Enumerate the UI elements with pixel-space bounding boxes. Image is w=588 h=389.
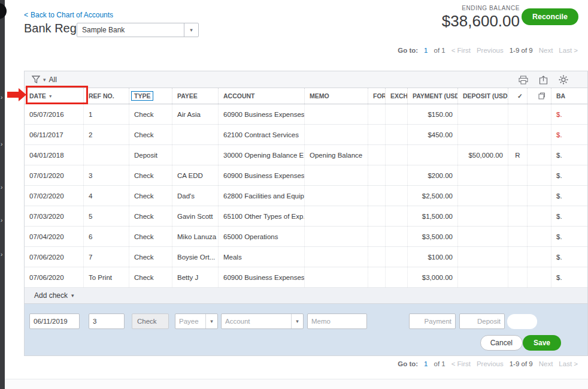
edit-deposit-input[interactable] (459, 313, 505, 329)
cell-exchange[interactable] (386, 165, 408, 185)
cell-attachment[interactable] (528, 125, 551, 144)
cell-account[interactable]: 62800 Facilities and Equip... (219, 186, 305, 206)
column-header-deposit[interactable]: DEPOSIT (USD) (458, 88, 508, 104)
cell-attachment[interactable] (528, 186, 551, 206)
cell-memo[interactable] (305, 227, 368, 246)
cell-attachment[interactable] (528, 227, 551, 246)
previous-page-button[interactable]: Previous (477, 47, 504, 54)
cell-type[interactable]: Check (129, 125, 172, 144)
cell-payee[interactable] (172, 125, 219, 144)
cell-memo[interactable] (305, 125, 368, 144)
cell-payment[interactable]: $2,500.00 (408, 186, 458, 206)
register-row[interactable]: 07/02/2020 4 Check Dad's 62800 Facilitie… (25, 186, 587, 206)
cell-payee[interactable] (172, 145, 219, 165)
filter-control[interactable]: ▾ All (32, 76, 57, 84)
chevron-down-icon[interactable]: ▾ (205, 314, 217, 328)
reconcile-button[interactable]: Reconcile (522, 8, 578, 25)
cell-deposit[interactable] (458, 165, 508, 185)
cell-payee[interactable]: CA EDD (172, 165, 219, 185)
back-link[interactable]: < Back to Chart of Accounts (24, 11, 113, 19)
cell-payee[interactable]: Betty J (172, 267, 219, 287)
cell-date[interactable]: 04/01/2018 (25, 145, 84, 165)
cell-account[interactable]: 60900 Business Expenses (219, 104, 305, 124)
cell-payee[interactable]: Dad's (172, 186, 219, 206)
cell-memo[interactable] (305, 165, 368, 185)
last-page-button[interactable]: Last > (559, 47, 578, 54)
sidebar-chevron-right-icon[interactable]: › (1, 252, 2, 258)
add-check-button[interactable]: Add check ▾ (25, 288, 587, 304)
cell-cleared[interactable] (508, 227, 528, 246)
sidebar-chevron-right-icon[interactable]: › (1, 141, 2, 147)
cell-date[interactable]: 07/06/2020 (25, 267, 84, 287)
cell-date[interactable]: 07/03/2020 (25, 206, 84, 226)
sidebar-chevron-right-icon[interactable]: › (1, 185, 2, 191)
page-number-input[interactable]: 1 (424, 360, 428, 367)
cell-payment[interactable]: $3,500.00 (408, 227, 458, 246)
register-row[interactable]: 06/11/2017 2 Check 62100 Contract Servic… (25, 125, 587, 145)
cell-date[interactable]: 05/07/2016 (25, 104, 84, 124)
cell-cleared[interactable] (508, 104, 528, 124)
print-icon[interactable] (519, 76, 528, 85)
cell-attachment[interactable] (528, 145, 551, 165)
cell-payment[interactable]: $100.00 (408, 247, 458, 267)
cell-foreign[interactable] (368, 267, 386, 287)
settings-gear-icon[interactable] (559, 75, 568, 85)
column-header-memo[interactable]: MEMO (305, 88, 368, 104)
register-row[interactable]: 07/03/2020 5 Check Gavin Scott 65100 Oth… (25, 206, 587, 227)
cell-cleared[interactable] (508, 125, 528, 144)
cell-deposit[interactable] (458, 247, 508, 267)
cell-type[interactable]: Check (129, 227, 172, 246)
chevron-down-icon[interactable]: ▾ (291, 314, 303, 328)
cell-attachment[interactable] (528, 206, 551, 226)
cell-exchange[interactable] (386, 227, 408, 246)
cell-deposit[interactable]: $50,000.00 (458, 145, 508, 165)
cell-date[interactable]: 06/11/2017 (25, 125, 84, 144)
cell-exchange[interactable] (386, 125, 408, 144)
column-header-attachment[interactable] (528, 88, 551, 104)
cell-payment[interactable]: $150.00 (408, 104, 458, 124)
cell-type[interactable]: Check (129, 165, 172, 185)
cell-payment[interactable]: $3,000.00 (408, 267, 458, 287)
cell-memo[interactable] (305, 247, 368, 267)
cell-account[interactable]: 30000 Opening Balance E... (219, 145, 305, 165)
cancel-button[interactable]: Cancel (480, 335, 523, 351)
cell-account[interactable]: 60900 Business Expenses (219, 267, 305, 287)
cell-payee[interactable]: Miko Lanuza (172, 227, 219, 246)
edit-date-input[interactable] (29, 313, 80, 329)
cell-payee[interactable]: Boysie Ort... (172, 247, 219, 267)
cell-account[interactable]: Meals (219, 247, 305, 267)
cell-exchange[interactable] (386, 145, 408, 165)
column-header-cleared[interactable]: ✓ (508, 88, 528, 104)
cell-refno[interactable]: 3 (84, 165, 129, 185)
cell-account[interactable]: 62100 Contract Services (219, 125, 305, 144)
column-header-balance[interactable]: BA (551, 88, 588, 104)
sidebar-chevron-right-icon[interactable]: › (1, 218, 2, 224)
edit-payee-input[interactable] (175, 314, 205, 328)
cell-payee[interactable]: Air Asia (172, 104, 219, 124)
cell-type[interactable]: Deposit (129, 145, 172, 165)
cell-memo[interactable] (305, 104, 368, 124)
edit-refno-input[interactable] (89, 313, 125, 329)
cell-foreign[interactable] (368, 227, 386, 246)
cell-attachment[interactable] (528, 247, 551, 267)
cleared-status-field[interactable] (507, 314, 537, 329)
cell-cleared[interactable] (508, 165, 528, 185)
cell-memo[interactable] (305, 186, 368, 206)
cell-attachment[interactable] (528, 267, 551, 287)
register-row[interactable]: 07/06/2020 7 Check Boysie Ort... Meals $… (25, 247, 587, 267)
register-row[interactable]: 05/07/2016 1 Check Air Asia 60900 Busine… (25, 104, 587, 125)
cell-payee[interactable]: Gavin Scott (172, 206, 219, 226)
cell-deposit[interactable] (458, 125, 508, 144)
account-selector[interactable]: Sample Bank ▾ (77, 23, 199, 37)
cell-deposit[interactable] (458, 104, 508, 124)
cell-attachment[interactable] (528, 165, 551, 185)
sidebar-chevron-right-icon[interactable]: › (1, 95, 2, 101)
register-row[interactable]: 07/04/2020 6 Check Miko Lanuza 65000 Ope… (25, 227, 587, 247)
cell-refno[interactable]: To Print (84, 267, 129, 287)
column-header-refno[interactable]: REF NO. (84, 88, 129, 104)
cell-refno[interactable]: 1 (84, 104, 129, 124)
cell-cleared[interactable] (508, 186, 528, 206)
cell-foreign[interactable] (368, 206, 386, 226)
cell-type[interactable]: Check (129, 267, 172, 287)
cell-account[interactable]: 65100 Other Types of Exp... (219, 206, 305, 226)
